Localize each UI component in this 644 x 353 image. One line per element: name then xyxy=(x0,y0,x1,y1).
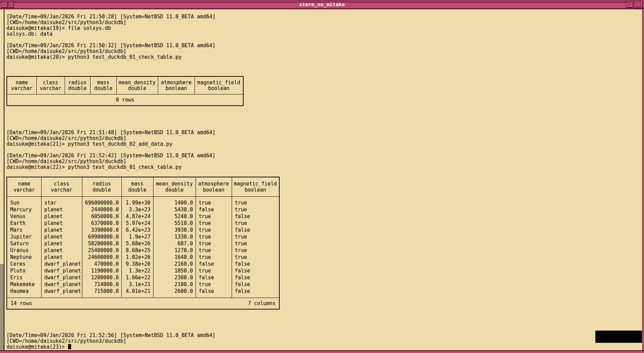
cell-radius: 6050000.0 xyxy=(82,213,121,220)
table-footer: 0 rows xyxy=(7,94,243,105)
cell-class: dwarf_planet xyxy=(41,267,82,274)
cell-class: planet xyxy=(41,227,82,233)
cell-radius: 6370000.0 xyxy=(82,220,121,227)
table-row: Jupiter planet 69900000.0 1.9e+27 1330.0… xyxy=(7,233,279,240)
cell-magnetic-field: true xyxy=(232,206,279,213)
table-row: Mars planet 3390000.0 6.42e+23 3930.0 tr… xyxy=(7,227,279,233)
scrollbar-thumb[interactable] xyxy=(0,264,4,350)
iconify-button[interactable] xyxy=(626,2,633,8)
terminal-line: [CWD=/home/daisuke2/src/python3/duckdb] xyxy=(6,338,642,344)
table-row: Venus planet 6050000.0 4.87e+24 5240.0 t… xyxy=(7,213,279,220)
terminal-line: [Date/Time=09/Jan/2026 Fri 21:52:42] [Sy… xyxy=(6,153,642,159)
cell-mass: 1.3e+22 xyxy=(121,267,153,274)
cell-radius: 3390000.0 xyxy=(82,227,121,233)
terminal-line: daisuke@mitaka(22)> python3 test_duckdb_… xyxy=(6,164,642,170)
column-separator xyxy=(195,77,195,94)
cell-mass: 1.66e+22 xyxy=(121,274,153,281)
cell-magnetic-field: true xyxy=(232,220,279,227)
cell-radius: 715000.0 xyxy=(82,288,121,295)
cell-radius: 25400000.0 xyxy=(82,247,121,254)
cell-mean-density: 5430.0 xyxy=(153,206,196,213)
cell-radius: 1190000.0 xyxy=(82,267,121,274)
cell-atmosphere: true xyxy=(196,199,232,206)
maximize-button[interactable] xyxy=(634,2,643,8)
cell-class: planet xyxy=(41,240,82,247)
cell-mean-density: 1270.0 xyxy=(153,247,196,254)
row-count: 14 rows xyxy=(11,298,32,309)
column-header: mean_density double xyxy=(153,181,196,193)
column-separator xyxy=(232,177,232,298)
column-header: radius double xyxy=(65,80,90,91)
column-separator xyxy=(153,177,153,298)
cell-magnetic-field: false xyxy=(232,288,279,295)
text-cursor xyxy=(68,344,71,349)
cell-mass: 9.38e+20 xyxy=(121,261,153,267)
column-header: name varchar xyxy=(7,80,36,91)
cell-atmosphere: true xyxy=(196,220,232,227)
xterm-window: xterm_on_mitaka [Date/Time=09/Jan/2026 F… xyxy=(0,0,644,353)
cell-name: Neptune xyxy=(7,254,41,261)
cell-mean-density: 1330.0 xyxy=(153,233,196,240)
table-row: Makemake dwarf_planet 714000.0 3.1e+21 2… xyxy=(7,281,279,288)
column-separator xyxy=(36,77,37,94)
cell-class: dwarf_planet xyxy=(41,288,82,295)
terminal-line: daisuke@mitaka(19)> file solsys.db xyxy=(6,25,642,31)
terminal-block: [Date/Time=09/Jan/2026 Fri 21:52:56] [Sy… xyxy=(6,333,642,344)
terminal-screen[interactable]: [Date/Time=09/Jan/2026 Fri 21:50:28] [Sy… xyxy=(4,10,642,350)
terminal-line: [Date/Time=09/Jan/2026 Fri 21:52:56] [Sy… xyxy=(6,333,642,338)
titlebar[interactable]: xterm_on_mitaka xyxy=(0,0,644,10)
column-header: mass double xyxy=(121,181,153,193)
cell-magnetic-field: false xyxy=(232,227,279,233)
cell-atmosphere: true xyxy=(196,213,232,220)
cell-name: Earth xyxy=(7,220,41,227)
cell-radius: 24600000.0 xyxy=(82,254,121,261)
column-separator xyxy=(121,177,122,298)
terminal-block: [Date/Time=09/Jan/2026 Fri 21:50:28] [Sy… xyxy=(6,14,642,37)
small-square-icon xyxy=(629,4,631,6)
table-header-row: name varchar class varchar radius double xyxy=(7,177,279,196)
cell-atmosphere: false xyxy=(196,206,232,213)
column-count: 7 columns xyxy=(248,298,276,309)
table-row: Neptune planet 24600000.0 1.02e+26 1640.… xyxy=(7,254,279,261)
cell-name: Mercury xyxy=(7,206,41,213)
cell-mean-density: 1640.0 xyxy=(153,254,196,261)
table-row: Eris dwarf_planet 1200000.0 1.66e+22 230… xyxy=(7,274,279,281)
cell-name: Sun xyxy=(7,199,41,206)
cell-class: planet xyxy=(41,254,82,261)
cell-mass: 8.68e+25 xyxy=(121,247,153,254)
column-header: class varchar xyxy=(36,80,65,91)
cell-magnetic-field: false xyxy=(232,261,279,267)
table-row: Haumea dwarf_planet 715000.0 4.01e+21 26… xyxy=(7,288,279,295)
cell-mean-density: 2160.0 xyxy=(153,261,196,267)
cell-mean-density: 3930.0 xyxy=(153,227,196,233)
terminal-line: [Date/Time=09/Jan/2026 Fri 21:50:32] [Sy… xyxy=(6,43,642,49)
cell-class: star xyxy=(41,199,82,206)
cell-magnetic-field: false xyxy=(232,213,279,220)
cell-radius: 69900000.0 xyxy=(82,233,121,240)
cell-mean-density: 687.0 xyxy=(153,240,196,247)
cell-mean-density: 2100.0 xyxy=(153,281,196,288)
column-header: mean_density double xyxy=(116,80,158,91)
cell-mass: 4.87e+24 xyxy=(121,213,153,220)
cell-class: planet xyxy=(41,206,82,213)
cell-atmosphere: true xyxy=(196,281,232,288)
column-header: magnetic_field boolean xyxy=(195,80,243,91)
cell-name: Pluto xyxy=(7,267,41,274)
cell-name: Uranus xyxy=(7,247,41,254)
cell-atmosphere: false xyxy=(196,261,232,267)
column-separator xyxy=(158,77,158,94)
cell-radius: 1200000.0 xyxy=(82,274,121,281)
column-header: radius double xyxy=(82,181,121,193)
table-row: Uranus planet 25400000.0 8.68e+25 1270.0… xyxy=(7,247,279,254)
column-separator xyxy=(41,177,42,298)
table-row: Earth planet 6370000.0 5.97e+24 5510.0 t… xyxy=(7,220,279,227)
terminal-line: [CWD=/home/daisuke2/src/python3/duckdb] xyxy=(6,159,642,164)
cell-mass: 3.1e+21 xyxy=(121,281,153,288)
window-frame-bottom xyxy=(0,350,644,353)
cell-atmosphere: true xyxy=(196,254,232,261)
cell-class: dwarf_planet xyxy=(41,281,82,288)
result-table: name varchar class varchar radius double xyxy=(6,177,280,310)
cell-magnetic-field: false xyxy=(232,274,279,281)
cell-name: Jupiter xyxy=(7,233,41,240)
scrollbar[interactable] xyxy=(0,10,4,350)
